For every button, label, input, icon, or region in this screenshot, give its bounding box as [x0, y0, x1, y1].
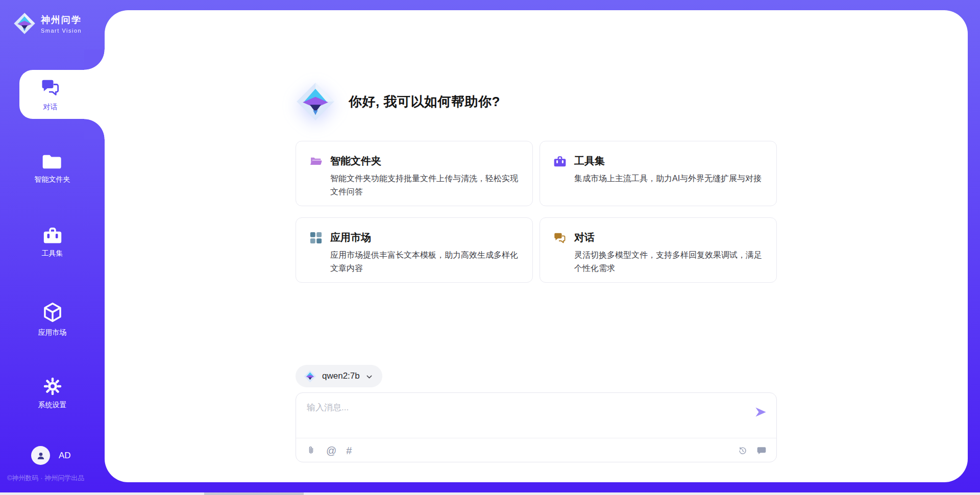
card-title: 智能文件夹 [330, 154, 518, 168]
sidebar-item-app-market[interactable]: 应用市场 [0, 301, 105, 337]
diamond-logo-icon [296, 82, 335, 121]
brand-text: 神州问学 Smart Vision [41, 14, 82, 34]
tab-curve-top [84, 50, 105, 70]
sidebar-item-label: 应用市场 [38, 328, 67, 337]
greeting-text: 你好, 我可以如何帮助你? [349, 93, 500, 111]
card-chat[interactable]: 对话 灵活切换多模型文件，支持多样回复效果调试，满足个性化需求 [540, 217, 777, 283]
card-description: 灵活切换多模型文件，支持多样回复效果调试，满足个性化需求 [574, 249, 762, 275]
sidebar-item-chat[interactable]: 对话 [19, 70, 105, 119]
toolbox-icon [42, 226, 63, 244]
greeting: 你好, 我可以如何帮助你? [296, 82, 500, 121]
model-selector[interactable]: qwen2:7b [296, 365, 382, 387]
card-body: 智能文件夹 智能文件夹功能支持批量文件上传与清洗，轻松实现文件问答 [330, 154, 518, 206]
message-composer: @ # [296, 392, 777, 462]
user-account[interactable]: AD [31, 446, 71, 465]
scrollbar-thumb[interactable] [204, 492, 304, 495]
composer-toolbar: @ # [296, 438, 776, 462]
history-icon[interactable] [738, 445, 748, 456]
card-app-market[interactable]: 应用市场 应用市场提供丰富长文本模板，助力高效生成多样化文章内容 [296, 217, 533, 283]
sidebar-item-label: 对话 [43, 103, 58, 112]
chat-icon [40, 77, 61, 99]
person-icon [35, 450, 46, 461]
card-body: 对话 灵活切换多模型文件，支持多样回复效果调试，满足个性化需求 [574, 231, 762, 282]
topic-icon[interactable]: # [346, 445, 352, 456]
card-description: 应用市场提供丰富长文本模板，助力高效生成多样化文章内容 [330, 249, 518, 275]
sidebar-item-toolbox[interactable]: 工具集 [0, 226, 105, 258]
chevron-down-icon [365, 373, 373, 381]
sidebar-item-smart-folder[interactable]: 智能文件夹 [0, 153, 105, 184]
card-smart-folder[interactable]: 智能文件夹 智能文件夹功能支持批量文件上传与清洗，轻松实现文件问答 [296, 141, 533, 206]
avatar [31, 446, 50, 465]
sidebar-item-label: 智能文件夹 [35, 175, 70, 184]
sidebar-item-settings[interactable]: 系统设置 [0, 377, 105, 410]
diamond-logo-icon [13, 12, 36, 35]
card-title: 对话 [574, 231, 762, 244]
folder-open-icon [309, 155, 323, 168]
feedback-icon[interactable] [756, 445, 767, 456]
model-name: qwen2:7b [322, 371, 360, 381]
card-description: 集成市场上主流工具，助力AI与外界无缝扩展与对接 [574, 172, 762, 185]
card-toolbox[interactable]: 工具集 集成市场上主流工具，助力AI与外界无缝扩展与对接 [540, 141, 777, 206]
gear-icon [43, 377, 62, 396]
brand-name: 神州问学 [41, 14, 82, 26]
horizontal-scrollbar[interactable] [0, 492, 980, 495]
card-description: 智能文件夹功能支持批量文件上传与清洗，轻松实现文件问答 [330, 172, 518, 199]
mention-icon[interactable]: @ [326, 445, 336, 456]
card-body: 应用市场 应用市场提供丰富长文本模板，助力高效生成多样化文章内容 [330, 231, 518, 282]
sidebar: 神州问学 Smart Vision 对话 智能文件夹 [0, 0, 105, 495]
sidebar-item-label: 系统设置 [38, 401, 67, 410]
chat-icon [553, 231, 567, 244]
diamond-logo-icon [304, 370, 316, 383]
card-body: 工具集 集成市场上主流工具，助力AI与外界无缝扩展与对接 [574, 154, 762, 206]
main-panel: 你好, 我可以如何帮助你? 智能文件夹 智能文件夹功能支持批量文件上传与清洗，轻… [105, 10, 968, 482]
attachment-icon[interactable] [306, 445, 316, 456]
brand-logo: 神州问学 Smart Vision [13, 12, 82, 35]
brand-subtitle: Smart Vision [41, 28, 82, 34]
sidebar-item-label: 工具集 [42, 249, 63, 258]
feature-cards: 智能文件夹 智能文件夹功能支持批量文件上传与清洗，轻松实现文件问答 工具集 集成… [296, 141, 777, 283]
card-title: 应用市场 [330, 231, 518, 244]
toolbox-icon [553, 155, 567, 168]
grid-icon [309, 231, 323, 244]
copyright: ©神州数码 · 神州问学出品 [7, 474, 84, 483]
cube-icon [41, 301, 64, 324]
content-column: 你好, 我可以如何帮助你? 智能文件夹 智能文件夹功能支持批量文件上传与清洗，轻… [296, 10, 777, 482]
folder-icon [42, 153, 63, 170]
tab-curve-bottom [84, 119, 105, 139]
message-input[interactable] [296, 393, 735, 437]
send-icon[interactable] [754, 405, 768, 419]
user-name: AD [59, 451, 71, 461]
card-title: 工具集 [574, 154, 762, 168]
